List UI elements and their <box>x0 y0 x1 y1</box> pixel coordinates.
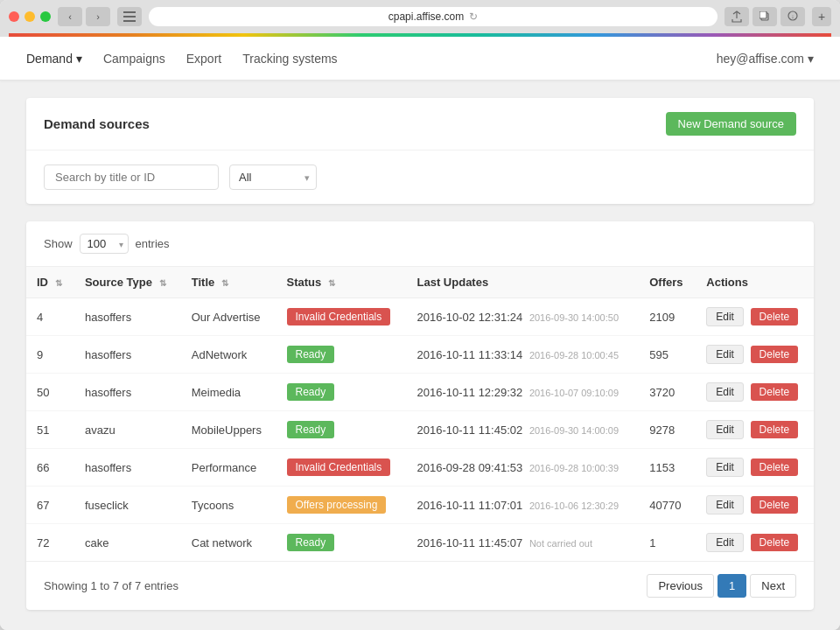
edit-button[interactable]: Edit <box>706 345 744 364</box>
maximize-button[interactable] <box>40 11 51 22</box>
entries-info: Showing 1 to 7 of 7 entries <box>44 579 178 592</box>
svg-text:↓: ↓ <box>791 13 794 19</box>
cell-id: 67 <box>26 486 74 524</box>
edit-button[interactable]: Edit <box>706 307 744 326</box>
delete-button[interactable]: Delete <box>751 534 799 551</box>
delete-button[interactable]: Delete <box>751 458 799 476</box>
cell-source-type: hasoffers <box>74 374 181 411</box>
cell-actions: Edit Delete <box>696 524 814 562</box>
svg-rect-4 <box>760 11 766 18</box>
entries-per-page-select[interactable]: 100 25 50 <box>80 234 129 254</box>
cell-last-updates: 2016-10-02 12:31:24 2016-09-30 14:00:50 <box>407 298 640 336</box>
cell-actions: Edit Delete <box>696 374 814 411</box>
cell-status: Offers processing <box>276 486 407 524</box>
cell-offers: 40770 <box>639 486 696 524</box>
nav-campaigns[interactable]: Campaigns <box>103 48 165 69</box>
col-id[interactable]: ID ⇅ <box>26 267 74 298</box>
card-header: Demand sources New Demand source <box>26 98 814 150</box>
share-button[interactable] <box>724 7 749 26</box>
status-badge: Ready <box>287 534 335 551</box>
navbar: Demand ▾ Campaigns Export Tracking syste… <box>0 37 840 80</box>
cell-source-type: cake <box>74 524 181 562</box>
cell-id: 66 <box>26 449 74 486</box>
delete-button[interactable]: Delete <box>751 383 799 401</box>
reload-icon[interactable]: ↻ <box>469 10 478 23</box>
nav-tracking[interactable]: Tracking systems <box>242 48 337 69</box>
cell-offers: 9278 <box>639 411 696 449</box>
col-source-type[interactable]: Source Type ⇅ <box>74 267 181 298</box>
cell-last-updates: 2016-10-11 11:07:01 2016-10-06 12:30:29 <box>407 486 640 524</box>
cell-status: Ready <box>276 524 407 562</box>
next-button[interactable]: Next <box>750 574 796 598</box>
delete-button[interactable]: Delete <box>751 421 799 438</box>
cell-offers: 1 <box>639 524 696 562</box>
cell-title: Performance <box>181 449 276 486</box>
cell-id: 72 <box>26 524 74 562</box>
cell-last-updates: 2016-10-11 11:45:02 2016-09-30 14:00:09 <box>407 411 640 449</box>
sidebar-toggle-button[interactable] <box>117 7 142 26</box>
edit-button[interactable]: Edit <box>706 420 744 439</box>
edit-button[interactable]: Edit <box>706 533 744 552</box>
sort-icon-source-type: ⇅ <box>159 278 166 288</box>
table-footer: Showing 1 to 7 of 7 entries Previous 1 N… <box>26 561 814 610</box>
close-button[interactable] <box>9 11 19 22</box>
cell-last-updates: 2016-10-11 11:33:14 2016-09-28 10:00:45 <box>407 336 640 374</box>
cell-last-updates: 2016-10-11 12:29:32 2016-10-07 09:10:09 <box>407 374 640 411</box>
cell-last-updates: 2016-09-28 09:41:53 2016-09-28 10:00:39 <box>407 449 640 486</box>
delete-button[interactable]: Delete <box>751 308 799 326</box>
cell-last-updates: 2016-10-11 11:45:07 Not carried out <box>407 524 640 562</box>
user-menu[interactable]: hey@affise.com ▾ <box>717 52 814 66</box>
table-row: 9 hasoffers AdNetwork Ready 2016-10-11 1… <box>26 336 814 374</box>
data-table-card: Show 100 25 50 entries ID <box>26 221 814 610</box>
chevron-down-icon: ▾ <box>76 52 82 66</box>
address-bar[interactable]: cpapi.affise.com ↻ <box>149 7 718 26</box>
cell-source-type: fuseclick <box>74 486 181 524</box>
cell-title: AdNetwork <box>181 336 276 374</box>
card-title: Demand sources <box>44 116 150 131</box>
forward-button[interactable]: › <box>86 7 110 26</box>
cell-status: Ready <box>276 411 407 449</box>
cell-source-type: hasoffers <box>74 298 181 336</box>
previous-button[interactable]: Previous <box>647 574 714 598</box>
col-title[interactable]: Title ⇅ <box>181 267 276 298</box>
cell-offers: 2109 <box>639 298 696 336</box>
nav-menu: Demand ▾ Campaigns Export Tracking syste… <box>26 48 717 69</box>
cell-title: Tycoons <box>181 486 276 524</box>
col-offers[interactable]: Offers <box>639 267 696 298</box>
cell-source-type: hasoffers <box>74 336 181 374</box>
delete-button[interactable]: Delete <box>751 496 799 514</box>
cell-title: MobileUppers <box>181 411 276 449</box>
status-badge: Offers processing <box>287 496 387 514</box>
search-input[interactable] <box>44 164 219 190</box>
edit-button[interactable]: Edit <box>706 382 744 402</box>
cell-offers: 3720 <box>639 374 696 411</box>
table-row: 50 hasoffers Meimedia Ready 2016-10-11 1… <box>26 374 814 411</box>
status-badge: Ready <box>287 421 335 438</box>
col-status[interactable]: Status ⇅ <box>276 267 407 298</box>
page-1-button[interactable]: 1 <box>718 574 746 598</box>
table-row: 72 cake Cat network Ready 2016-10-11 11:… <box>26 524 814 562</box>
download-button[interactable]: ↓ <box>780 7 805 26</box>
edit-button[interactable]: Edit <box>706 458 744 477</box>
svg-rect-0 <box>123 11 136 13</box>
duplicate-button[interactable] <box>752 7 777 26</box>
cell-id: 50 <box>26 374 74 411</box>
delete-button[interactable]: Delete <box>751 346 799 363</box>
col-actions: Actions <box>696 267 814 298</box>
back-button[interactable]: ‹ <box>58 7 82 26</box>
table-controls: Show 100 25 50 entries <box>26 221 814 266</box>
nav-export[interactable]: Export <box>186 48 221 69</box>
new-demand-source-button[interactable]: New Demand source <box>666 112 796 136</box>
edit-button[interactable]: Edit <box>706 495 744 514</box>
table-row: 4 hasoffers Our Advertise Invalid Creden… <box>26 298 814 336</box>
status-filter-select[interactable]: All Active Inactive <box>229 164 317 190</box>
entries-label: entries <box>136 237 170 250</box>
sort-icon-status: ⇅ <box>328 278 335 288</box>
nav-demand[interactable]: Demand ▾ <box>26 48 82 69</box>
new-tab-button[interactable]: + <box>812 7 831 26</box>
minimize-button[interactable] <box>24 11 35 22</box>
cell-status: Invalid Credentials <box>276 449 407 486</box>
col-last-updates[interactable]: Last Updates <box>407 267 640 298</box>
cell-actions: Edit Delete <box>696 449 814 486</box>
show-label: Show <box>44 237 73 250</box>
